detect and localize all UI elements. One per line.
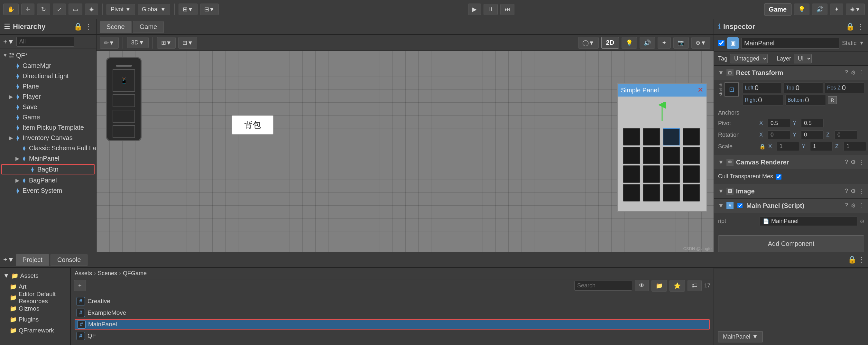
tree-item-player[interactable]: ▶ ⧫ Player [0, 91, 96, 102]
right-field[interactable]: Right 0 [743, 95, 783, 105]
inv-cell-12[interactable] [683, 165, 700, 183]
star-filter-btn[interactable]: ⭐ [670, 280, 685, 291]
rect-transform-header[interactable]: ▼ ⊞ Rect Transform ? ⚙ ⋮ [714, 66, 868, 80]
pivot-x-input[interactable] [768, 119, 790, 128]
tree-item-classic-schema[interactable]: ⧫ Classic Schema Full Layout [0, 143, 96, 153]
rt-settings-icon[interactable]: ⚙ [850, 69, 856, 76]
tree-item-save[interactable]: ⧫ Save [0, 102, 96, 112]
qframework-folder[interactable]: 📁 QFramework [0, 325, 70, 336]
script-circle-icon[interactable]: ⊙ [860, 218, 864, 224]
label-filter-btn[interactable]: 🏷 [687, 280, 702, 291]
scene-gizmo2-btn[interactable]: ⊟▼ [178, 37, 197, 49]
breadcrumb-scenes[interactable]: Scenes [98, 270, 117, 277]
scene-gizmos-btn[interactable]: ⊕▼ [846, 4, 865, 15]
file-mainpanel[interactable]: # MainPanel [75, 319, 710, 330]
tree-item-mainpanel[interactable]: ▶ ⧫ MainPanel [0, 153, 96, 163]
asset-search[interactable] [574, 281, 632, 291]
toolbar-transform2-btn[interactable]: ⊕ [85, 4, 98, 15]
snap2-btn[interactable]: ⊟▼ [200, 4, 219, 15]
posz-field[interactable]: Pos Z 0 [825, 83, 864, 93]
2d-btn[interactable]: Game [764, 4, 792, 15]
toolbar-rect-btn[interactable]: ▭ [68, 4, 82, 15]
breadcrumb-qfgame[interactable]: QFGame [123, 270, 147, 277]
inv-cell-8[interactable] [683, 147, 700, 164]
rt-help-icon[interactable]: ? [845, 69, 848, 76]
bagbtn-widget[interactable]: 背包 [231, 115, 274, 134]
top-field[interactable]: Top 0 [784, 83, 823, 93]
canvas-renderer-header[interactable]: ▼ 👁 Canvas Renderer ? ⚙ ⋮ [714, 155, 868, 169]
inv-cell-6[interactable] [643, 147, 660, 164]
game-tab[interactable]: Game [133, 21, 164, 33]
inv-cell-1[interactable] [623, 128, 640, 146]
rot-z-input[interactable] [835, 130, 857, 139]
tree-item-qf-star[interactable]: ▼ 🎬 QF* [0, 50, 96, 61]
inv-cell-14[interactable] [643, 184, 660, 201]
scene-3d-btn[interactable]: 3D▼ [127, 37, 149, 48]
bottom-field[interactable]: Bottom 0 [785, 95, 826, 105]
inv-cell-3-selected[interactable] [663, 128, 680, 146]
add-icon[interactable]: +▼ [3, 38, 14, 46]
audio-btn[interactable]: 🔊 [812, 4, 828, 15]
folder-filter-btn[interactable]: 📁 [651, 280, 667, 291]
scene-tab[interactable]: Scene [100, 21, 132, 33]
simple-panel-close-btn[interactable]: ✕ [698, 86, 703, 94]
mps-overflow-icon[interactable]: ⋮ [858, 202, 864, 209]
scene-grid-btn[interactable]: ⊞▼ [157, 37, 176, 49]
inv-cell-10[interactable] [643, 165, 660, 183]
mps-header[interactable]: ▼ # Main Panel (Script) ? ⚙ ⋮ [714, 198, 868, 213]
mainpanel-bottom-dropdown[interactable]: MainPanel ▼ [718, 331, 763, 342]
tag-dropdown[interactable]: Untagged [730, 54, 768, 63]
tree-item-item-pickup[interactable]: ⧫ Item Pickup Template [0, 122, 96, 133]
inspector-menu-icon[interactable]: ⋮ [857, 23, 864, 31]
scene-fx-btn[interactable]: ✦ [658, 37, 671, 49]
mps-checkbox[interactable] [737, 203, 743, 208]
step-btn[interactable]: ⏭ [500, 4, 515, 15]
add-component-button[interactable]: Add Component [718, 235, 864, 252]
global-btn[interactable]: Global ▼ [138, 4, 170, 15]
cr-settings-icon[interactable]: ⚙ [850, 159, 856, 166]
rt-overflow-icon[interactable]: ⋮ [858, 69, 864, 76]
tree-item-plane[interactable]: ⧫ Plane [0, 81, 96, 91]
project-tab[interactable]: Project [16, 254, 49, 266]
img-help-icon[interactable]: ? [845, 188, 848, 195]
gizmos-folder[interactable]: 📁 Gizmos [0, 303, 70, 314]
add-bottom-icon[interactable]: +▼ [3, 255, 14, 264]
sphere-btn[interactable]: ◯▼ [578, 37, 599, 49]
project-lock-icon[interactable]: 🔒 [848, 255, 857, 264]
inspector-lock-icon[interactable]: 🔒 [846, 23, 855, 31]
file-creative[interactable]: # Creative [75, 296, 710, 306]
inv-cell-7[interactable] [663, 147, 680, 164]
breadcrumb-assets[interactable]: Assets [75, 270, 92, 277]
active-checkbox[interactable] [718, 40, 724, 46]
inv-cell-15[interactable] [663, 184, 680, 201]
scale-lock-icon[interactable]: 🔒 [759, 144, 766, 150]
rot-x-input[interactable] [768, 130, 790, 139]
inv-cell-4[interactable] [683, 128, 700, 146]
hierarchy-search-input[interactable] [17, 37, 74, 47]
tree-item-inventory-canvas[interactable]: ▶ ⧫ Inventory Canvas [0, 133, 96, 143]
object-name-input[interactable] [741, 38, 839, 49]
scene-audio-btn[interactable]: 🔊 [640, 37, 655, 49]
scene-light-btn[interactable]: 💡 [622, 37, 637, 49]
layer-dropdown[interactable]: UI [794, 54, 812, 63]
toolbar-transform-btn[interactable]: ✋ [3, 4, 19, 15]
inv-cell-16[interactable] [683, 184, 700, 201]
scale-y-input[interactable] [810, 142, 833, 151]
inv-cell-11[interactable] [663, 165, 680, 183]
scale-z-input[interactable] [843, 142, 866, 151]
file-examplemove[interactable]: # ExampleMove [75, 308, 710, 318]
eye-filter-btn[interactable]: 👁 [635, 280, 649, 291]
editor-default-folder[interactable]: 📁 Editor Default Resources [0, 292, 70, 303]
toolbar-scale-btn[interactable]: ⤢ [53, 4, 66, 15]
tree-item-event-system[interactable]: ⧫ Event System [0, 185, 96, 196]
rot-y-input[interactable] [801, 130, 824, 139]
play-btn[interactable]: ▶ [468, 4, 481, 15]
scene-gizmos-toggle[interactable]: ⊕▼ [691, 37, 710, 49]
cull-checkbox[interactable] [776, 174, 781, 180]
inv-cell-9[interactable] [623, 165, 640, 183]
hierarchy-menu-icon[interactable]: ⋮ [85, 23, 92, 31]
static-dropdown[interactable]: ▼ [859, 40, 864, 46]
project-menu-icon[interactable]: ⋮ [858, 255, 865, 264]
pivot-btn[interactable]: Pivot ▼ [106, 4, 135, 15]
pivot-y-input[interactable] [801, 119, 824, 128]
